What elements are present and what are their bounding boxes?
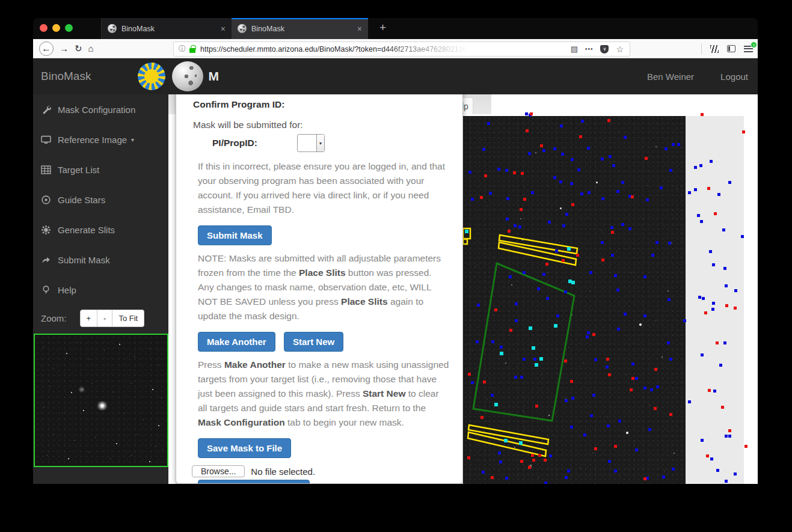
forward-button[interactable]: → [60,43,69,54]
sidebar-toggle-icon[interactable] [727,45,735,52]
sidebar-item-help[interactable]: Help [33,275,168,305]
binomask-favicon [238,24,247,33]
table-icon [41,165,51,175]
zoom-to-fit-button[interactable]: To Fit [112,310,144,327]
sidebar-item-label: Help [58,285,76,295]
star [134,356,135,356]
page-footer [33,484,758,514]
zoom-out-button[interactable]: - [97,310,112,327]
sidebar-item-label: Target List [58,165,99,175]
minimize-window-button[interactable] [52,24,60,32]
browser-tab-active[interactable]: BinoMask × [232,18,368,39]
fov-rectangle[interactable] [473,263,574,421]
page-actions-icon[interactable]: ••• [585,46,594,52]
library-icon[interactable] [710,45,719,53]
browser-tab-inactive[interactable]: BinoMask × [101,18,232,39]
red-target-marker[interactable] [701,113,704,116]
confirm-program-heading: Confirm Program ID: [193,99,447,110]
star [158,425,159,426]
modal-body: Confirm Program ID: Mask will be submitt… [176,94,462,484]
submit-mask-button[interactable]: Submit Mask [198,225,272,245]
monitor-icon [41,135,51,145]
select-caret-icon: ▾ [316,135,324,151]
url-bar[interactable]: ⓘ https://scheduler.mmto.arizona.edu/Bin… [173,41,630,57]
tab-title: BinoMask [121,25,155,33]
minimap-galaxy [97,401,108,411]
star [137,434,138,435]
off-image-panel [686,116,744,484]
home-button[interactable]: ⌂ [88,43,94,54]
red-target-marker[interactable] [744,445,747,448]
zoom-button-group: + - To Fit [80,310,145,327]
note-text: NOTE: Masks are submitted with all adjus… [198,251,449,323]
sidebar-item-label: Guide Stars [58,195,105,205]
slit-edge-box2[interactable] [463,239,467,244]
sidebar-item-mask-configuration[interactable]: Mask Configuration [33,94,168,124]
window-controls [40,24,73,32]
star [44,407,45,408]
back-button[interactable]: ← [39,41,54,56]
star [149,348,150,349]
zoom-in-button[interactable]: + [80,310,98,327]
zoom-window-button[interactable] [65,24,73,32]
star [71,392,72,393]
star [66,353,67,354]
sidebar-item-reference-image[interactable]: Reference Image ▾ [33,124,168,154]
gear-icon [41,225,51,235]
reload-button[interactable]: ↻ [75,43,82,54]
share-arrow-icon [41,255,51,265]
make-another-button[interactable]: Make Another [198,332,275,352]
close-window-button[interactable] [40,24,48,32]
no-file-selected-text: No file selected. [251,466,315,477]
red-target-marker[interactable] [530,112,533,115]
save-mask-to-file-button[interactable]: Save Mask to File [198,438,291,458]
bookmark-star-icon[interactable]: ☆ [616,44,624,54]
slit-b2[interactable] [468,432,546,456]
url-token-tail: d446f2713ae4762802136f8 [381,45,473,54]
tab-title: BinoMask [251,25,284,33]
menu-icon[interactable]: ↑ [744,46,753,52]
app-body: Mask Configuration Reference Image ▾ Tar… [33,94,758,484]
sidebar-item-target-list[interactable]: Target List [33,154,168,185]
binomask-favicon [108,24,117,33]
header-right: Ben Weiner Logout [647,58,748,94]
logout-link[interactable]: Logout [720,72,748,82]
update-badge-icon: ↑ [751,41,757,48]
sidebar-item-guide-stars[interactable]: Guide Stars [33,185,168,215]
pi-propid-label: PI/PropID: [212,138,257,148]
browse-button[interactable]: Browse... [192,465,245,477]
browser-toolbar: ← → ↻ ⌂ ⓘ https://scheduler.mmto.arizona… [33,39,758,58]
star [50,386,51,387]
url-actions: ▤ ••• ∨ ☆ [571,44,630,54]
minimap-thumbnail[interactable] [34,334,168,467]
slit-edge-box1[interactable] [463,228,470,239]
pi-propid-select[interactable]: ▾ [297,134,325,152]
star [143,419,144,420]
star [162,449,163,450]
star [89,359,90,359]
star [149,461,150,462]
load-saved-mask-file-button[interactable]: Load Saved Mask File [198,480,310,484]
star [68,458,69,459]
new-tab-button[interactable]: + [375,21,391,34]
star [95,437,96,438]
url-text: https://scheduler.mmto.arizona.edu/BinoM… [200,45,473,54]
sidebar-item-submit-mask[interactable]: Submit Mask [33,245,168,275]
star [89,452,90,453]
page-info-icon[interactable]: ⓘ [179,44,186,54]
reader-mode-icon[interactable]: ▤ [571,44,578,54]
zoom-label: Zoom: [41,313,67,323]
sidebar-item-generate-slits[interactable]: Generate Slits [33,215,168,245]
blue-target-marker[interactable] [525,112,528,115]
incorrect-help-text: If this in incorrect, please ensure you … [198,159,449,217]
pi-propid-row: PI/PropID: ▾ [212,134,447,152]
back-arrow-icon: ← [41,43,51,54]
close-tab-icon[interactable]: × [344,24,362,34]
star [53,368,54,368]
star [77,342,78,343]
start-new-button[interactable]: Start New [284,332,343,352]
pocket-icon[interactable]: ∨ [600,45,609,54]
reference-image-canvas[interactable] [463,116,686,484]
close-tab-icon[interactable]: × [207,24,226,34]
star [113,392,114,393]
